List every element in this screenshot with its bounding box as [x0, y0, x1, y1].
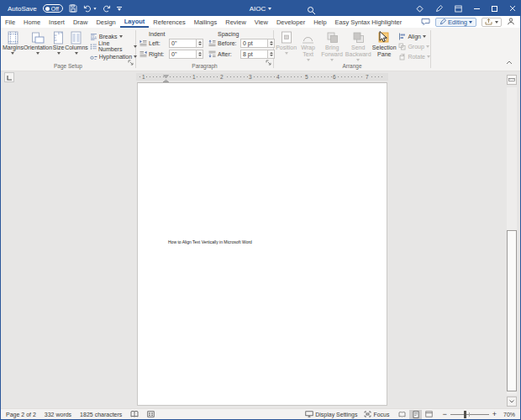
zoom-slider-line	[450, 414, 489, 415]
document-canvas[interactable]: How to Align Text Vertically in Microsof…	[1, 82, 520, 408]
indent-left-spinner[interactable]	[196, 39, 203, 47]
size-button[interactable]: Size	[52, 29, 65, 55]
line-numbers-icon	[90, 43, 97, 50]
read-mode-button[interactable]	[396, 410, 408, 419]
spacing-before-spinner[interactable]	[267, 39, 274, 47]
tab-home[interactable]: Home	[19, 16, 45, 28]
tab-design[interactable]: Design	[92, 16, 119, 28]
spacing-before-field[interactable]: 0 pt	[240, 39, 275, 48]
tab-layout[interactable]: Layout	[120, 16, 150, 28]
page-setup-dialog-launcher[interactable]	[128, 54, 134, 69]
rotate-icon	[398, 53, 406, 60]
horizontal-ruler: 1 1 2 3 4 5 6 7	[136, 73, 388, 81]
person-icon	[507, 18, 515, 25]
tab-mailings[interactable]: Mailings	[190, 16, 222, 28]
character-count[interactable]: 1825 characters	[80, 412, 122, 417]
align-label: Align	[408, 34, 421, 39]
scroll-down-button[interactable]	[507, 396, 517, 407]
presence-button[interactable]	[507, 18, 515, 27]
save-button[interactable]	[69, 4, 77, 13]
line-numbers-button[interactable]: Line Numbers	[90, 42, 137, 50]
collapse-ribbon-button[interactable]	[506, 53, 513, 68]
tab-file[interactable]: File	[1, 16, 19, 28]
spin-up-icon	[270, 41, 273, 43]
zoom-slider-thumb[interactable]	[464, 411, 466, 418]
zoom-percentage[interactable]: 70%	[503, 412, 515, 417]
web-layout-button[interactable]	[423, 410, 435, 419]
ruler-number: 3	[248, 74, 253, 80]
indent-right-icon	[139, 50, 147, 58]
tab-help[interactable]: Help	[309, 16, 330, 28]
redo-button[interactable]	[103, 5, 111, 13]
macro-recording-button[interactable]	[147, 411, 155, 417]
ruler-number: 1	[192, 74, 197, 80]
tab-developer[interactable]: Developer	[272, 16, 309, 28]
group-button[interactable]: Group	[398, 42, 430, 50]
bring-forward-button[interactable]: Bring Forward	[319, 29, 345, 61]
editing-mode-button[interactable]: Editing	[435, 18, 476, 27]
display-settings-button[interactable]: Display Settings	[305, 411, 357, 417]
autosave-toggle[interactable]: Off	[43, 4, 63, 13]
columns-button[interactable]: Columns	[65, 29, 88, 55]
print-layout-button[interactable]	[409, 410, 422, 419]
tab-review[interactable]: Review	[221, 16, 250, 28]
tab-easy-syntax-highlighter[interactable]: Easy Syntax Highlighter	[331, 16, 407, 28]
close-button[interactable]	[509, 5, 516, 12]
spacing-before-label: Before:	[218, 40, 239, 46]
group-arrange: Position Wrap Text Bring Forward	[274, 28, 430, 71]
word-count[interactable]: 332 words	[45, 412, 71, 417]
tab-stop-selector[interactable]	[4, 72, 14, 82]
indent-right-field[interactable]: 0"	[169, 50, 203, 59]
orientation-button[interactable]: Orientation	[24, 29, 52, 55]
group-caret-icon	[426, 45, 429, 48]
group-icon	[398, 43, 406, 50]
title-dropdown-icon	[268, 8, 271, 10]
wrap-text-button[interactable]: Wrap Text	[297, 29, 319, 61]
tab-references[interactable]: References	[149, 16, 189, 28]
zoom-slider-track[interactable]	[450, 411, 489, 418]
indent-right-spinner[interactable]	[196, 50, 203, 58]
indent-left-field[interactable]: 0"	[169, 39, 203, 48]
proofing-button[interactable]	[130, 411, 139, 417]
autosave-state: Off	[51, 6, 59, 12]
macro-icon	[147, 411, 155, 417]
indent-left-value: 0"	[170, 39, 196, 47]
comments-button[interactable]	[421, 18, 430, 27]
document-page[interactable]: How to Align Text Vertically in Microsof…	[137, 82, 387, 406]
rotate-label: Rotate	[408, 54, 425, 60]
customize-qat-button[interactable]	[117, 7, 122, 11]
focus-button[interactable]: Focus	[364, 411, 389, 417]
scrollbar-thumb[interactable]	[507, 230, 517, 391]
page-indicator[interactable]: Page 2 of 2	[6, 412, 36, 417]
rotate-button[interactable]: Rotate	[398, 52, 430, 60]
paragraph-dialog-launcher[interactable]	[266, 54, 271, 69]
display-settings-icon	[305, 411, 313, 417]
copilot-button[interactable]	[416, 5, 424, 13]
document-body-text[interactable]: How to Align Text Vertically in Microsof…	[168, 239, 252, 244]
zoom-out-button[interactable]: −	[442, 411, 446, 418]
breaks-label: Breaks	[99, 34, 118, 39]
position-button[interactable]: Position	[276, 29, 297, 55]
ruler-number: 2	[219, 74, 224, 80]
ruler-toggle-button[interactable]	[507, 75, 517, 85]
align-button[interactable]: Align	[398, 32, 430, 40]
qat-caret-icon	[118, 8, 121, 11]
breaks-button[interactable]: Breaks	[90, 32, 137, 40]
zoom-in-button[interactable]: +	[492, 411, 497, 418]
pen-button[interactable]	[435, 5, 443, 13]
ruler-ticks	[139, 76, 385, 77]
undo-button[interactable]	[83, 5, 97, 13]
share-button[interactable]	[482, 18, 502, 27]
breaks-caret-icon	[119, 35, 123, 38]
maximize-button[interactable]	[492, 6, 497, 12]
tab-insert[interactable]: Insert	[45, 16, 69, 28]
margins-button[interactable]: Margins	[3, 29, 24, 55]
orientation-caret-icon	[36, 52, 39, 55]
indent-left-icon	[139, 39, 147, 47]
send-backward-button[interactable]: Send Backward	[345, 29, 371, 61]
minimize-button[interactable]	[474, 8, 480, 9]
tab-view[interactable]: View	[250, 16, 272, 28]
ribbon-options-button[interactable]	[455, 5, 462, 13]
size-caret-icon	[57, 52, 61, 55]
tab-draw[interactable]: Draw	[69, 16, 92, 28]
